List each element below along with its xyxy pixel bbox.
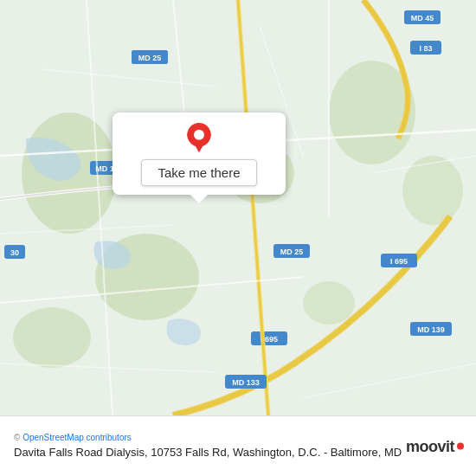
moovit-logo: moovit	[406, 437, 464, 455]
svg-text:30: 30	[10, 248, 19, 257]
map-svg: I 695 I 695 MD 25 MD 25 I 83 MD 45 MD 13…	[0, 0, 476, 415]
svg-text:MD 139: MD 139	[417, 325, 445, 334]
osm-attribution: © OpenStreetMap contributors	[14, 433, 462, 442]
svg-point-44	[194, 130, 204, 140]
svg-text:MD 25: MD 25	[138, 54, 162, 62]
moovit-text: moovit	[406, 437, 454, 455]
copyright-symbol: ©	[14, 433, 20, 442]
svg-text:MD 45: MD 45	[411, 14, 434, 23]
svg-text:I 83: I 83	[419, 44, 432, 53]
moovit-dot	[457, 443, 464, 450]
location-pin-icon	[183, 123, 215, 154]
take-me-there-button[interactable]: Take me there	[141, 159, 256, 186]
svg-text:MD 133: MD 133	[232, 378, 260, 387]
svg-point-7	[303, 281, 355, 325]
map-container: I 695 I 695 MD 25 MD 25 I 83 MD 45 MD 13…	[0, 0, 476, 415]
svg-point-6	[13, 307, 91, 368]
svg-text:I 695: I 695	[390, 257, 408, 266]
info-bar: © OpenStreetMap contributors Davita Fall…	[0, 415, 476, 476]
address-text: Davita Falls Road Dialysis, 10753 Falls …	[14, 446, 462, 460]
osm-link[interactable]: OpenStreetMap contributors	[23, 433, 132, 442]
callout: Take me there	[113, 113, 286, 195]
svg-text:MD 25: MD 25	[280, 248, 304, 256]
